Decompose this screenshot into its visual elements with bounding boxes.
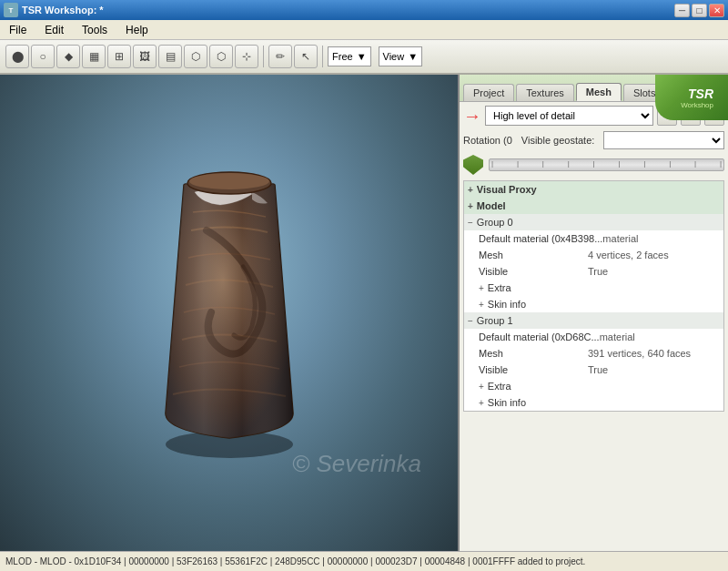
tree-val: True xyxy=(588,266,608,277)
toolbar-sep2 xyxy=(322,46,323,67)
tree-key: Skin info xyxy=(488,299,597,310)
tree-val: material xyxy=(602,233,638,244)
tree-group0-skin[interactable]: + Skin info xyxy=(464,296,723,312)
titlebar: T TSR Workshop: * ─ □ ✕ xyxy=(0,0,728,20)
tsr-logo: TSR Workshop xyxy=(655,75,728,120)
tree-key: Skin info xyxy=(488,397,597,408)
tree-group0-mesh[interactable]: Mesh 4 vertices, 2 faces xyxy=(464,247,723,263)
tree-label: Model xyxy=(477,200,586,211)
tree-section: + Visual Proxy + Model − Group 0 Default… xyxy=(463,180,724,412)
tab-textures[interactable]: Textures xyxy=(516,84,574,101)
toolbar-circle-btn[interactable]: ⬤ xyxy=(5,45,29,68)
rotation-row: Rotation (0 Visible geostate: xyxy=(463,131,724,149)
mesh-content: → High level of detail Medium level of d… xyxy=(460,102,728,551)
menu-help[interactable]: Help xyxy=(120,22,154,38)
tree-label: Group 0 xyxy=(477,217,586,228)
main-area: © Severinka TSR Workshop Project Texture… xyxy=(0,75,728,551)
tree-group1[interactable]: − Group 1 xyxy=(464,312,723,329)
right-panel: TSR Workshop Project Textures Mesh Slots… xyxy=(460,75,728,551)
statusbar: MLOD - MLOD - 0x1D10F34 | 00000000 | 53F… xyxy=(0,551,728,571)
lod-dropdown[interactable]: High level of detail Medium level of det… xyxy=(485,106,653,126)
titlebar-left: T TSR Workshop: * xyxy=(4,3,104,17)
toolbar-square-btn[interactable]: ▦ xyxy=(82,45,106,68)
titlebar-title: TSR Workshop: * xyxy=(22,5,104,15)
svg-text:Workshop: Workshop xyxy=(681,101,713,109)
tree-key: Extra xyxy=(488,381,597,392)
geostate-dropdown[interactable] xyxy=(603,131,724,149)
titlebar-controls: ─ □ ✕ xyxy=(674,4,724,17)
rotation-label: Rotation (0 xyxy=(463,135,512,146)
tree-key: Visible xyxy=(479,266,588,277)
tab-mesh[interactable]: Mesh xyxy=(576,83,622,101)
tree-key: Visible xyxy=(479,364,588,375)
tree-key: Mesh xyxy=(479,348,588,359)
maximize-button[interactable]: □ xyxy=(692,4,707,17)
tree-val: 4 vertices, 2 faces xyxy=(588,250,669,260)
menubar: File Edit Tools Help xyxy=(0,20,728,40)
expand-icon: + xyxy=(468,201,473,211)
vase-model xyxy=(111,158,348,469)
slider-marks: ||||| ||||| xyxy=(490,159,723,168)
tree-visual-proxy[interactable]: + Visual Proxy xyxy=(464,181,723,198)
toolbar-pencil-btn[interactable]: ✏ xyxy=(268,45,292,68)
toolbar-mode-arrow: ▼ xyxy=(357,51,367,62)
shield-icon xyxy=(463,155,483,175)
tree-key: Extra xyxy=(488,282,597,293)
toolbar-mode-dropdown[interactable]: Free ▼ xyxy=(328,46,371,66)
tree-label: Visual Proxy xyxy=(477,184,586,195)
expand-icon: − xyxy=(468,218,473,228)
toolbar-cube2-btn[interactable]: ⬡ xyxy=(209,45,233,68)
minimize-button[interactable]: ─ xyxy=(674,4,690,17)
tree-group1-material[interactable]: Default material (0xD68C... material xyxy=(464,329,723,345)
tree-val: 391 vertices, 640 faces xyxy=(588,348,691,359)
tree-key: Mesh xyxy=(479,250,588,260)
toolbar-view-dropdown[interactable]: View ▼ xyxy=(379,46,423,66)
arrow-indicator: → xyxy=(463,107,481,125)
toolbar-circle2-btn[interactable]: ○ xyxy=(31,45,55,68)
menu-file[interactable]: File xyxy=(4,22,32,38)
toolbar-cube-btn[interactable]: ⬡ xyxy=(184,45,207,68)
toolbar-view-label: View xyxy=(383,51,405,62)
menu-tools[interactable]: Tools xyxy=(76,22,113,38)
tree-group1-skin[interactable]: + Skin info xyxy=(464,394,723,411)
toolbar-diamond-btn[interactable]: ◆ xyxy=(56,45,80,68)
tree-key: Default material (0x4B398... xyxy=(479,233,602,244)
toolbar-view-arrow: ▼ xyxy=(408,51,418,62)
toolbar-cursor-btn[interactable]: ↖ xyxy=(294,45,318,68)
toolbar-mesh-btn[interactable]: ⊹ xyxy=(235,45,258,68)
viewport[interactable]: © Severinka xyxy=(0,75,460,551)
geostate-label: Visible geostate: xyxy=(521,135,595,146)
tree-group0-visible[interactable]: Visible True xyxy=(464,263,723,280)
toolbar-sep1 xyxy=(263,46,264,67)
tree-group1-mesh[interactable]: Mesh 391 vertices, 640 faces xyxy=(464,345,723,362)
tree-val: True xyxy=(588,364,608,375)
tree-group0[interactable]: − Group 0 xyxy=(464,214,723,230)
rotation-slider[interactable]: ||||| ||||| xyxy=(489,158,724,171)
tree-group1-visible[interactable]: Visible True xyxy=(464,362,723,378)
close-button[interactable]: ✕ xyxy=(709,4,724,17)
expand-icon: − xyxy=(468,316,473,326)
expand-icon: + xyxy=(468,185,473,195)
menu-edit[interactable]: Edit xyxy=(39,22,69,38)
expand-icon: + xyxy=(479,382,484,392)
toolbar-mode-label: Free xyxy=(332,51,353,62)
tree-group0-extra[interactable]: + Extra xyxy=(464,280,723,296)
tree-model[interactable]: + Model xyxy=(464,198,723,214)
statusbar-text: MLOD - MLOD - 0x1D10F34 | 00000000 | 53F… xyxy=(5,556,585,566)
tree-group1-extra[interactable]: + Extra xyxy=(464,378,723,394)
toolbar-image-btn[interactable]: 🖼 xyxy=(133,45,157,68)
toolbar-grid-btn[interactable]: ⊞ xyxy=(107,45,131,68)
tree-group0-material[interactable]: Default material (0x4B398... material xyxy=(464,230,723,247)
toolbar-layers-btn[interactable]: ▤ xyxy=(158,45,182,68)
expand-icon: + xyxy=(479,398,484,408)
tree-val: material xyxy=(600,331,635,342)
tree-key: Default material (0xD68C... xyxy=(479,331,600,342)
shield-row: ||||| ||||| xyxy=(463,155,724,175)
expand-icon: + xyxy=(479,283,484,293)
vase-rim-top xyxy=(189,173,269,189)
svg-text:TSR: TSR xyxy=(688,87,714,101)
tree-label: Group 1 xyxy=(477,315,586,326)
toolbar: ⬤ ○ ◆ ▦ ⊞ 🖼 ▤ ⬡ ⬡ ⊹ ✏ ↖ Free ▼ View ▼ xyxy=(0,40,728,75)
tab-project[interactable]: Project xyxy=(463,84,514,101)
expand-icon: + xyxy=(479,300,484,310)
